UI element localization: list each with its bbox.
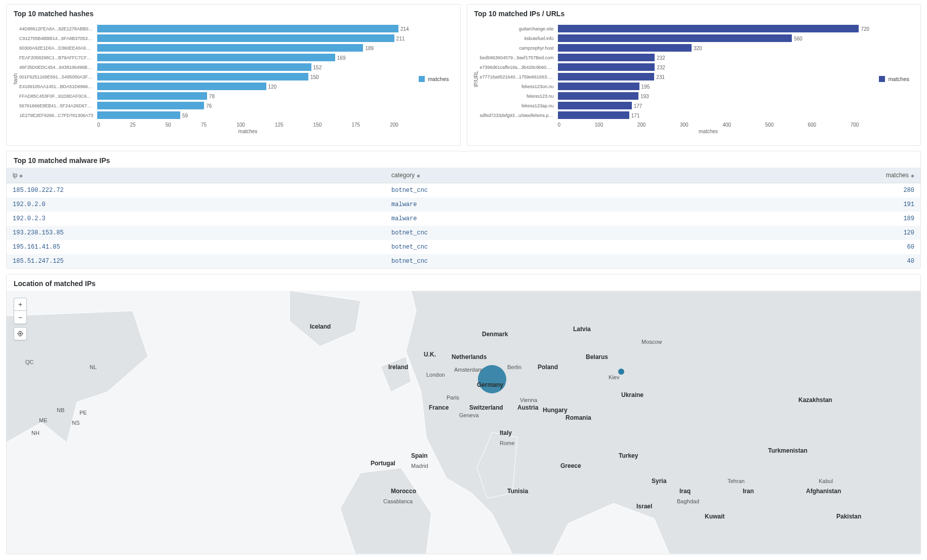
chart-bar-row[interactable]: FFAD85C453F0F...91D8DAF0C646E78 <box>19 91 398 101</box>
cell-ip[interactable]: 193.238.153.85 <box>7 226 385 240</box>
chart-bar-row[interactable]: campzephyr.host320 <box>480 43 859 53</box>
cell-category[interactable]: botnet_cnc <box>385 183 676 198</box>
zoom-out-button[interactable]: − <box>14 311 27 324</box>
svg-text:PE: PE <box>79 410 87 416</box>
bar-category-label: bedb863604579...9aef1757Bed.com <box>480 55 556 60</box>
bar-category-label: 44D88612FEA8A...82E1278ABB02F <box>19 26 95 31</box>
bar-fill <box>97 92 207 100</box>
map-controls: + − <box>14 298 27 340</box>
chart-bar-row[interactable]: fekess123ap.nu177 <box>480 101 859 110</box>
svg-text:Netherlands: Netherlands <box>452 353 487 361</box>
svg-text:Pakistan: Pakistan <box>836 513 861 520</box>
chart-bar-row[interactable]: C912705B4BBB14...8FA8B370532C9211 <box>19 33 398 43</box>
chart-bar-row[interactable]: sdfed7233dsfg93...u/steellelsms.php171 <box>480 110 859 120</box>
svg-text:Geneva: Geneva <box>459 412 479 418</box>
table-row[interactable]: 195.161.41.85botnet_cnc60 <box>7 240 920 254</box>
col-header-ip[interactable]: ip◆ <box>7 168 385 183</box>
x-tick: 0 <box>97 122 100 128</box>
cell-matches[interactable]: 189 <box>676 212 920 226</box>
cell-matches[interactable]: 60 <box>676 240 920 254</box>
svg-text:Paris: Paris <box>447 394 460 401</box>
table-row[interactable]: 192.0.2.3malware189 <box>7 212 920 226</box>
col-header-matches[interactable]: matches◆ <box>676 168 920 183</box>
sort-icon: ◆ <box>19 173 23 178</box>
hash-x-axis: 0255075100125150175200 <box>19 122 398 128</box>
chart-bar-row[interactable]: 60300A92E1D0A...D360EE40A9DC1189 <box>19 43 398 53</box>
cell-category[interactable]: botnet_cnc <box>385 240 676 254</box>
cell-category[interactable]: malware <box>385 212 676 226</box>
hash-bars: 44D88612FEA8A...82E1278ABB02F214C912705B… <box>19 24 398 120</box>
bar-category-label: 001F6251169E691...5495050A3FB8D <box>19 74 95 79</box>
cell-ip[interactable]: 195.161.41.85 <box>7 240 385 254</box>
svg-text:NL: NL <box>90 364 97 370</box>
svg-text:Iceland: Iceland <box>310 323 331 330</box>
svg-text:Madrid: Madrid <box>411 463 428 469</box>
svg-text:ME: ME <box>39 417 48 423</box>
cell-matches[interactable]: 120 <box>676 226 920 240</box>
cell-matches[interactable]: 280 <box>676 183 920 198</box>
chart-bar-row[interactable]: fekess123.nu193 <box>480 91 859 101</box>
bar-category-label: fekess123ap.nu <box>480 103 556 108</box>
cell-ip[interactable]: 185.51.247.125 <box>7 254 385 268</box>
svg-text:Poland: Poland <box>538 364 558 371</box>
chart-bar-row[interactable]: 001F6251169E691...5495050A3FB8D150 <box>19 72 398 82</box>
chart-bar-row[interactable]: 46F35D0EDC454...9438106496BD1152 <box>19 62 398 72</box>
bar-value-label: 152 <box>313 64 322 70</box>
x-tick: 75 <box>201 122 207 128</box>
x-tick: 175 <box>351 122 360 128</box>
bar-category-label: e77716a9521640...1759e661663.com <box>480 74 556 79</box>
cell-category[interactable]: malware <box>385 197 676 212</box>
cell-ip[interactable]: 192.0.2.0 <box>7 197 385 212</box>
svg-text:Kiev: Kiev <box>609 374 620 380</box>
svg-text:Iraq: Iraq <box>679 488 691 495</box>
chart-bar-row[interactable]: e77716a9521640...1759e661663.com231 <box>480 72 859 82</box>
chart-bar-row[interactable]: 1E279E2EF9266...C7FD781306A7359 <box>19 110 398 120</box>
chart-bar-row[interactable]: E4189105AA1451...BDA51D69663F8120 <box>19 82 398 91</box>
bar-track: 232 <box>558 54 859 61</box>
svg-point-53 <box>20 333 21 334</box>
x-tick: 50 <box>166 122 171 128</box>
svg-text:Vienna: Vienna <box>520 397 538 403</box>
cell-category[interactable]: botnet_cnc <box>385 226 676 240</box>
table-row[interactable]: 185.100.222.72botnet_cnc280 <box>7 183 920 198</box>
svg-text:Turkmenistan: Turkmenistan <box>768 447 808 454</box>
zoom-in-button[interactable]: + <box>14 298 27 311</box>
cell-category[interactable]: botnet_cnc <box>385 254 676 268</box>
bar-category-label: 60300A92E1D0A...D360EE40A9DC1 <box>19 46 95 51</box>
top-ipurls-title: Top 10 matched IPs / URLs <box>467 5 921 21</box>
chart-bar-row[interactable]: itsbutefuel.info560 <box>480 33 859 43</box>
chart-bar-row[interactable]: 44D88612FEA8A...82E1278ABB02F214 <box>19 24 398 33</box>
cell-ip[interactable]: 192.0.2.3 <box>7 212 385 226</box>
chart-bar-row[interactable]: e7396d61caffe18a...3b428c9b60.com232 <box>480 62 859 72</box>
bar-value-label: 150 <box>310 74 319 79</box>
svg-text:Denmark: Denmark <box>482 331 508 338</box>
svg-text:Germany: Germany <box>477 381 503 388</box>
cell-matches[interactable]: 40 <box>676 254 920 268</box>
x-tick: 125 <box>275 122 284 128</box>
chart-bar-row[interactable]: 56761666E8EB41...5F24A26D6785076 <box>19 101 398 110</box>
map[interactable]: QC NL NB PE ME NS NH Iceland Ireland U.K… <box>7 291 920 554</box>
chart-bar-row[interactable]: fekess123on.nu195 <box>480 82 859 91</box>
top-hashes-title: Top 10 matched hashes <box>7 5 460 21</box>
bar-value-label: 177 <box>634 103 642 108</box>
cell-matches[interactable]: 191 <box>676 197 920 212</box>
chart-bar-row[interactable]: FEAF2058298C1...B79AFFC7CF4DF169 <box>19 53 398 62</box>
svg-text:Switzerland: Switzerland <box>469 404 503 411</box>
bar-fill <box>97 111 180 119</box>
svg-text:NH: NH <box>31 430 39 436</box>
bar-track: 169 <box>97 54 398 61</box>
col-header-category[interactable]: category◆ <box>385 168 676 183</box>
table-row[interactable]: 185.51.247.125botnet_cnc40 <box>7 254 920 268</box>
svg-text:QC: QC <box>25 359 34 365</box>
table-row[interactable]: 192.0.2.0malware191 <box>7 197 920 212</box>
bar-track: 231 <box>558 73 859 81</box>
x-tick: 300 <box>680 122 689 128</box>
chart-bar-row[interactable]: bedb863604579...9aef1757Bed.com232 <box>480 53 859 62</box>
bar-category-label: 56761666E8EB41...5F24A26D67850 <box>19 103 95 108</box>
cell-ip[interactable]: 185.100.222.72 <box>7 183 385 198</box>
locate-button[interactable] <box>14 327 27 340</box>
bar-value-label: 195 <box>641 84 650 89</box>
svg-text:Iran: Iran <box>743 488 754 495</box>
table-row[interactable]: 193.238.153.85botnet_cnc120 <box>7 226 920 240</box>
chart-bar-row[interactable]: guitarchange.site720 <box>480 24 859 33</box>
